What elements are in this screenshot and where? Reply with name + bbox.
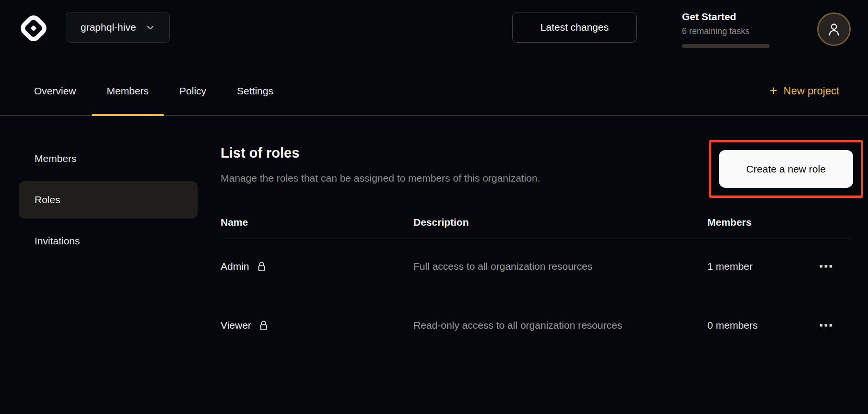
sidebar-item-invitations[interactable]: Invitations — [19, 222, 198, 260]
role-description: Read-only access to all organization res… — [413, 316, 634, 335]
org-selector-dropdown[interactable]: graphql-hive — [66, 12, 170, 43]
tab-members-label: Members — [107, 85, 149, 97]
more-options-icon[interactable]: ⋯ — [819, 259, 834, 274]
person-icon — [826, 21, 842, 37]
page-subtitle: Manage the roles that can be assigned to… — [221, 172, 540, 184]
roles-table-header: Name Description Members — [221, 206, 851, 239]
column-header-description: Description — [413, 217, 707, 228]
page-title: List of roles — [221, 145, 299, 161]
column-header-members: Members — [707, 217, 819, 228]
latest-changes-label: Latest changes — [540, 22, 609, 33]
org-nav-tabs: Overview Members Policy Settings + New p… — [0, 67, 868, 116]
hive-logo-icon[interactable] — [18, 13, 49, 44]
sidebar-item-roles-label: Roles — [35, 194, 60, 206]
table-row-viewer: Viewer Read-only access to all organizat… — [221, 294, 851, 356]
column-header-name: Name — [221, 217, 413, 228]
tab-overview[interactable]: Overview — [19, 67, 92, 115]
plus-icon: + — [770, 84, 777, 97]
lock-icon — [258, 320, 269, 332]
org-selector-label: graphql-hive — [81, 22, 136, 33]
table-row-admin: Admin Full access to all organization re… — [221, 239, 851, 294]
new-project-label: New project — [784, 85, 839, 97]
sidebar-item-members[interactable]: Members — [19, 140, 198, 177]
create-new-role-button[interactable]: Create a new role — [719, 150, 853, 188]
new-project-button[interactable]: + New project — [770, 67, 839, 115]
tab-settings-label: Settings — [237, 85, 273, 97]
sidebar-item-members-label: Members — [35, 153, 77, 164]
role-members-count: 1 member — [707, 261, 819, 272]
user-avatar[interactable] — [817, 12, 851, 46]
tab-policy[interactable]: Policy — [164, 67, 222, 115]
more-options-icon[interactable]: ⋯ — [819, 318, 834, 333]
chevron-down-icon — [146, 23, 155, 32]
roles-table: Name Description Members Admin Full acce… — [221, 206, 851, 356]
sidebar-item-invitations-label: Invitations — [35, 235, 80, 247]
tab-policy-label: Policy — [179, 85, 206, 97]
tab-overview-label: Overview — [34, 85, 76, 97]
get-started-progress-bar — [682, 44, 770, 48]
app-page: graphql-hive Latest changes Get Started … — [0, 0, 868, 414]
latest-changes-button[interactable]: Latest changes — [512, 12, 637, 43]
members-sidebar: Members Roles Invitations — [19, 140, 198, 260]
tab-members[interactable]: Members — [92, 67, 164, 115]
role-name: Admin — [221, 261, 249, 272]
get-started-remaining-tasks: 6 remaining tasks — [682, 25, 778, 37]
role-members-count: 0 members — [707, 320, 819, 331]
get-started-widget[interactable]: Get Started 6 remaining tasks — [682, 11, 778, 48]
lock-icon — [256, 261, 267, 273]
get-started-title: Get Started — [682, 11, 778, 23]
tab-settings[interactable]: Settings — [222, 67, 289, 115]
role-description: Full access to all organization resource… — [413, 257, 634, 276]
annotation-highlight-box: Create a new role — [709, 140, 863, 198]
role-name: Viewer — [221, 320, 251, 331]
sidebar-item-roles[interactable]: Roles — [19, 181, 198, 218]
